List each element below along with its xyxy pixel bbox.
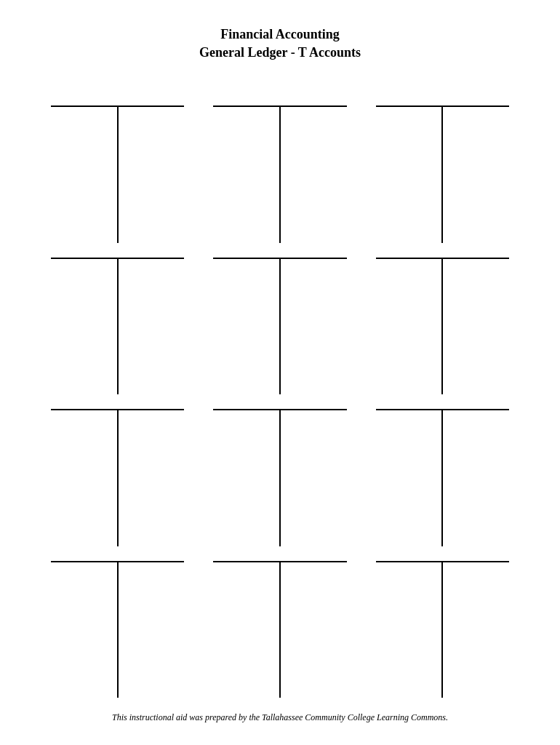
t-vertical-8 [279,410,281,546]
t-vertical-5 [279,259,281,394]
t-vertical-2 [279,107,281,242]
title-line2: General Ledger - T Accounts [199,44,361,62]
t-vertical-6 [441,259,443,394]
t-vertical-11 [279,562,281,698]
t-account-1 [36,98,199,250]
t-vertical-7 [117,410,119,546]
t-vertical-9 [441,410,443,546]
footer-text: This instructional aid was prepared by t… [112,705,448,723]
t-vertical-container-1 [51,107,184,242]
t-account-10 [36,554,199,705]
title-line1: Financial Accounting [199,25,361,44]
t-vertical-container-2 [213,107,346,242]
t-vertical-container-10 [51,562,184,698]
t-vertical-container-4 [51,259,184,394]
t-account-11 [199,554,361,705]
t-vertical-container-11 [213,562,346,698]
t-vertical-container-8 [213,410,346,546]
t-vertical-container-12 [376,562,509,698]
t-account-4 [36,250,199,402]
t-vertical-12 [441,562,443,698]
t-account-5 [199,250,361,402]
t-vertical-4 [117,259,119,394]
t-account-2 [199,98,361,250]
t-vertical-3 [441,107,443,242]
t-vertical-container-6 [376,259,509,394]
t-accounts-grid [36,98,524,705]
t-vertical-1 [117,107,119,242]
t-vertical-container-9 [376,410,509,546]
t-account-9 [361,402,524,553]
page-container: Financial Accounting General Ledger - T … [0,0,560,745]
t-vertical-container-5 [213,259,346,394]
t-account-3 [361,98,524,250]
title-block: Financial Accounting General Ledger - T … [199,25,361,62]
t-vertical-10 [117,562,119,698]
t-account-8 [199,402,361,553]
t-vertical-container-3 [376,107,509,242]
t-account-7 [36,402,199,553]
t-account-6 [361,250,524,402]
t-vertical-container-7 [51,410,184,546]
t-account-12 [361,554,524,705]
